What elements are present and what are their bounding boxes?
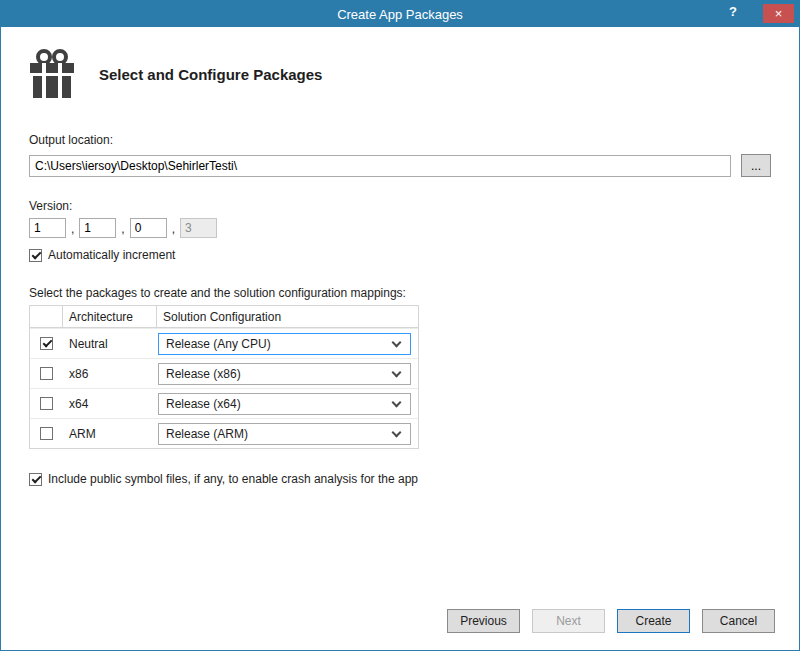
version-minor-input[interactable] [79, 218, 116, 238]
previous-button[interactable]: Previous [447, 609, 520, 633]
output-location-input[interactable] [29, 155, 731, 177]
version-revision-input [180, 218, 217, 238]
cancel-button[interactable]: Cancel [702, 609, 775, 633]
architecture-label: x86 [62, 367, 156, 381]
footer-buttons: Previous Next Create Cancel [447, 609, 775, 633]
configuration-dropdown-neutral[interactable]: Release (Any CPU) [158, 333, 411, 355]
page-title: Select and Configure Packages [99, 66, 322, 83]
configuration-dropdown-x64[interactable]: Release (x64) [158, 393, 411, 415]
package-gift-icon [29, 49, 75, 99]
column-header-architecture: Architecture [62, 306, 156, 327]
include-symbols-checkbox[interactable] [29, 473, 42, 486]
architecture-label: x64 [62, 397, 156, 411]
version-separator: , [121, 222, 124, 238]
version-major-input[interactable] [29, 218, 66, 238]
package-row-arm: ARM Release (ARM) [30, 418, 418, 448]
package-checkbox-neutral[interactable] [40, 337, 53, 350]
package-checkbox-arm[interactable] [40, 427, 53, 440]
include-symbols-label: Include public symbol files, if any, to … [48, 472, 418, 486]
symbols-row: Include public symbol files, if any, to … [29, 472, 771, 486]
dialog-content: Select and Configure Packages Output loc… [1, 47, 799, 486]
configuration-dropdown-arm[interactable]: Release (ARM) [158, 423, 411, 445]
create-app-packages-dialog: Create App Packages ? × Select and Confi… [0, 0, 800, 651]
chevron-down-icon [392, 337, 402, 347]
window-title: Create App Packages [337, 7, 463, 22]
packages-instruction: Select the packages to create and the so… [29, 286, 771, 300]
package-checkbox-x64[interactable] [40, 397, 53, 410]
configuration-value: Release (x86) [166, 367, 241, 381]
column-header-configuration: Solution Configuration [156, 306, 418, 327]
packages-table: Architecture Solution Configuration Neut… [29, 305, 419, 449]
auto-increment-row: Automatically increment [29, 248, 771, 262]
package-row-x86: x86 Release (x86) [30, 358, 418, 388]
create-button[interactable]: Create [617, 609, 690, 633]
auto-increment-label: Automatically increment [48, 248, 175, 262]
configuration-value: Release (Any CPU) [166, 337, 271, 351]
chevron-down-icon [392, 397, 402, 407]
configuration-value: Release (x64) [166, 397, 241, 411]
chevron-down-icon [392, 427, 402, 437]
version-separator: , [71, 222, 74, 238]
output-location-row: ... [29, 154, 771, 177]
column-header-checkbox [30, 306, 62, 327]
package-row-x64: x64 Release (x64) [30, 388, 418, 418]
dialog-header: Select and Configure Packages [29, 47, 771, 101]
output-location-label: Output location: [29, 133, 771, 147]
version-build-input[interactable] [130, 218, 167, 238]
chevron-down-icon [392, 367, 402, 377]
auto-increment-checkbox[interactable] [29, 249, 42, 262]
configuration-value: Release (ARM) [166, 427, 248, 441]
package-checkbox-x86[interactable] [40, 367, 53, 380]
browse-button[interactable]: ... [741, 154, 771, 177]
version-label: Version: [29, 199, 771, 213]
package-row-neutral: Neutral Release (Any CPU) [30, 328, 418, 358]
architecture-label: Neutral [62, 337, 156, 351]
close-button[interactable]: × [763, 4, 794, 23]
titlebar[interactable]: Create App Packages ? × [1, 1, 799, 27]
packages-table-header: Architecture Solution Configuration [30, 306, 418, 328]
configuration-dropdown-x86[interactable]: Release (x86) [158, 363, 411, 385]
version-separator: , [172, 222, 175, 238]
next-button: Next [532, 609, 605, 633]
version-row: , , , [29, 218, 771, 238]
architecture-label: ARM [62, 427, 156, 441]
help-button[interactable]: ? [725, 4, 741, 19]
